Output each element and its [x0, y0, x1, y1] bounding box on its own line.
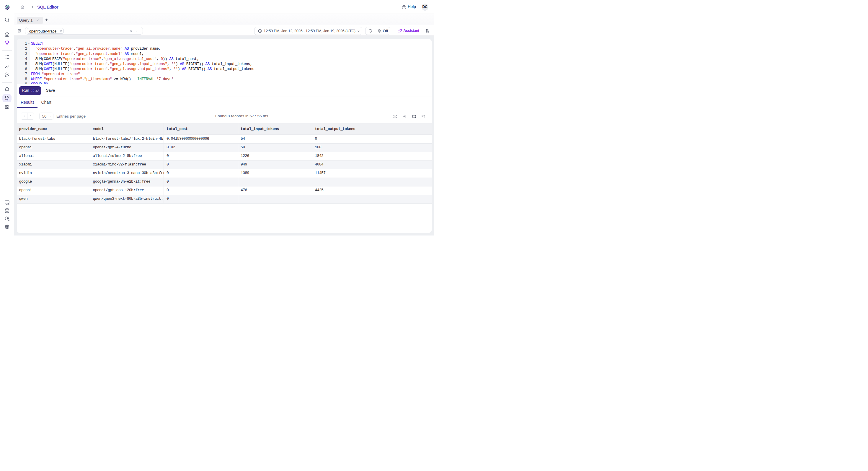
svg-text:SQL: SQL: [5, 99, 9, 100]
